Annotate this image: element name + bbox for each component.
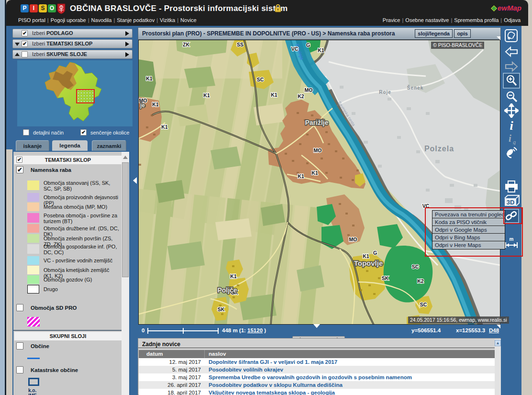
collapse-up-icon[interactable] xyxy=(15,53,20,56)
header-menu-item[interactable]: Novice xyxy=(180,17,197,23)
header-menu-item[interactable]: PISO portal xyxy=(18,17,45,23)
menu-separator: | xyxy=(113,17,115,23)
coat-of-arms-icon xyxy=(56,3,66,14)
legend-header: ✔ TEMATSKI SKLOP xyxy=(14,156,122,164)
podlago-checkbox[interactable]: ✔ xyxy=(22,30,28,36)
overview-extent-rect[interactable] xyxy=(77,90,94,103)
gray-place-label: Šenek xyxy=(407,85,423,90)
coord-x: x=125553.3 xyxy=(456,327,485,333)
shading-checkbox[interactable]: ✔ xyxy=(80,129,87,135)
header-menu-item[interactable]: Osebne nastavitve xyxy=(405,17,449,23)
legend-scroll-thumb[interactable] xyxy=(122,162,129,277)
map-viewport[interactable]: Savinja PolzelaŠenekRojeSavinjska cesta … xyxy=(138,40,500,325)
ewmap-logo[interactable]: ewMap xyxy=(492,4,521,12)
news-scroll-up-icon[interactable]: ▲ xyxy=(495,340,501,346)
zone-label: MO xyxy=(349,237,357,242)
expand-right-icon[interactable] xyxy=(125,31,129,36)
news-link[interactable]: Sprememba Uredbe o varovalnih gozdovih i… xyxy=(209,373,412,381)
tematski-checkbox[interactable]: ✔ xyxy=(22,41,28,47)
piso-logo[interactable]: PISO xyxy=(21,4,57,13)
collapse-down-icon[interactable] xyxy=(15,43,20,46)
legend-item-label: Območja gozdov (G) xyxy=(44,277,119,283)
legend-item-label: Drugo xyxy=(44,287,119,293)
ewmap-diamond-icon xyxy=(491,5,497,11)
full-extent-icon[interactable] xyxy=(501,29,521,43)
sd-pro-checkbox[interactable] xyxy=(16,304,23,311)
expand-right-icon[interactable] xyxy=(125,42,129,46)
tab-iskanje[interactable]: iskanje xyxy=(16,140,49,151)
3d-icon[interactable]: 3D xyxy=(501,194,521,208)
news-link[interactable]: Vključitev novega tematskega sklopa - ge… xyxy=(209,389,335,395)
scroll-up-icon[interactable] xyxy=(123,156,128,159)
header-menu-left: PISO portal|Pogoji uporabe|Navodila|Stan… xyxy=(18,17,197,23)
header-menu-item[interactable]: Pogoji uporabe xyxy=(51,17,86,23)
overview-map[interactable] xyxy=(17,60,133,126)
map-bottom-collapse-arrow[interactable] xyxy=(313,324,320,328)
zone-label: SK xyxy=(382,275,389,281)
gps-icon[interactable] xyxy=(501,146,521,159)
legend-scrollbar[interactable] xyxy=(122,152,129,395)
zoom-out-icon[interactable] xyxy=(501,90,521,103)
detail-mode-checkbox[interactable] xyxy=(23,129,29,135)
news-scrollbar[interactable]: ▲ xyxy=(495,339,501,395)
katastrske-label: Katastrske občine xyxy=(31,367,78,373)
news-date: 3. maj 2017 xyxy=(139,373,201,381)
zone-label: K1 xyxy=(318,47,324,53)
header-menu-right: Pravice|Osebne nastavitve|Sprememba prof… xyxy=(383,17,521,23)
header-menu-item[interactable]: Odjava xyxy=(504,17,521,23)
news-link[interactable]: Dopolnitev šifranta GJI - v veljavi od 1… xyxy=(209,358,337,366)
description-button[interactable]: opis xyxy=(454,29,471,38)
town-label: je xyxy=(140,102,145,109)
news-link[interactable]: Posodobitev volilnih okrajev xyxy=(209,366,283,373)
print-icon[interactable] xyxy=(501,180,521,193)
tab-legenda[interactable]: legenda xyxy=(52,140,88,151)
map-timestamp: 24.05.2017 15:16:56, ewmap, www.realis.s… xyxy=(408,316,509,324)
news-title: Zadnje novice xyxy=(142,341,180,348)
page-margin xyxy=(6,149,12,395)
tematski-sklop-checkbox[interactable]: ✔ xyxy=(16,157,22,163)
select-skupne-bar[interactable]: Izberi SKUPNE SLOJE xyxy=(12,50,133,59)
coord-y: y=506551.4 xyxy=(411,327,441,333)
zone-label: SK xyxy=(218,306,225,312)
menu-separator: | xyxy=(177,17,178,23)
forward-icon[interactable] xyxy=(501,61,521,72)
info-icon[interactable]: i xyxy=(501,119,521,132)
svg-text:g: g xyxy=(513,139,516,145)
scale-text: 448 m (1: 15120 ) xyxy=(222,327,266,333)
map-topright-arrow[interactable] xyxy=(497,36,500,40)
back-icon[interactable] xyxy=(501,46,521,57)
pan-icon[interactable] xyxy=(501,103,521,118)
scale-link[interactable]: 15120 xyxy=(247,327,263,333)
sidebar-collapse-arrow[interactable] xyxy=(133,177,137,184)
news-panel: Zadnje novice datum naslov 12. maj 2017D… xyxy=(138,338,501,395)
info-group-icon[interactable]: ig xyxy=(501,133,521,145)
zone-label: MO xyxy=(305,87,313,93)
zone-label: K1 xyxy=(298,173,304,179)
header-menu-item[interactable]: Pravice xyxy=(383,17,400,23)
legend-item-label: Posebna območja - površine za turizem (B… xyxy=(44,213,119,224)
header-menu-item[interactable]: Vizitka xyxy=(160,17,175,23)
zone-label: K1 xyxy=(311,170,318,176)
skupne-checkbox[interactable] xyxy=(22,51,28,57)
layers-legend-button[interactable]: sloji/legenda xyxy=(415,29,453,38)
expand-right-icon[interactable] xyxy=(125,52,129,57)
namenska-raba-checkbox[interactable]: ✔ xyxy=(16,166,23,173)
zoom-in-icon[interactable] xyxy=(501,73,521,89)
map-bottomright-arrow[interactable] xyxy=(497,325,500,328)
obcine-checkbox[interactable] xyxy=(16,342,23,350)
news-row: 26. april 2017Posodobitev podatkov v skl… xyxy=(139,381,495,389)
zone-label: K1 xyxy=(152,102,159,107)
header-menu-item[interactable]: Navodila xyxy=(91,17,112,23)
header-menu-item[interactable]: Stanje podatkov xyxy=(117,17,155,23)
select-tematski-bar[interactable]: ✔ Izberi TEMATSKI SKLOP xyxy=(12,39,133,48)
header-menu-item[interactable]: Sprememba profila xyxy=(454,17,499,23)
katastrske-checkbox[interactable] xyxy=(16,366,23,373)
tab-zaznamki[interactable]: zaznamki xyxy=(92,140,126,151)
news-link[interactable]: Posodobitev podatkov v sklopu Kulturna d… xyxy=(209,381,343,389)
scale-bar[interactable] xyxy=(147,328,219,334)
legend-swatch xyxy=(27,213,39,223)
highlight-rect-small xyxy=(503,207,522,224)
menu-separator: | xyxy=(402,17,404,23)
legend-item-label: Območja stanovanj (SS, SK, SC, SP, SB) xyxy=(44,181,119,192)
select-podlago-bar[interactable]: ✔ Izberi PODLAGO xyxy=(12,29,133,38)
